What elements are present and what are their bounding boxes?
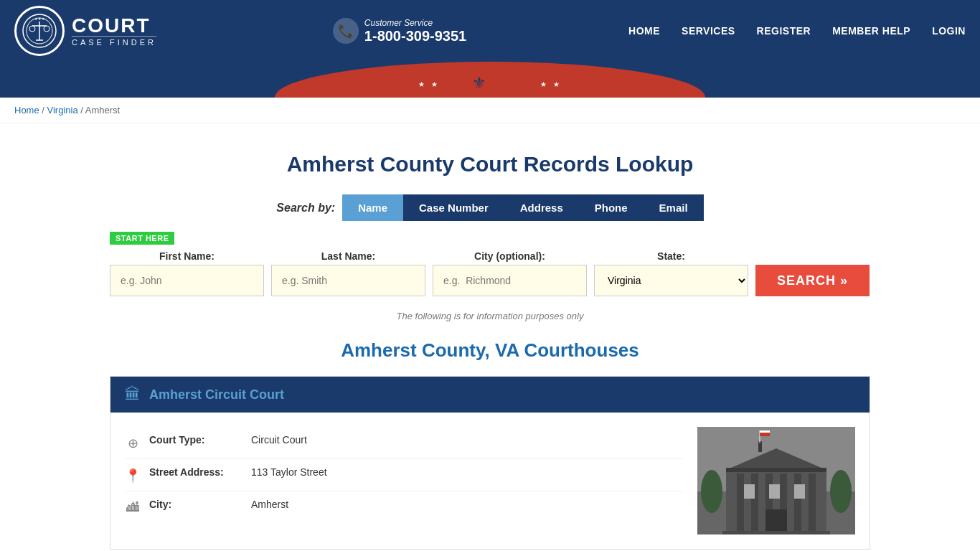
svg-rect-27 — [769, 484, 780, 499]
svg-point-5 — [44, 26, 50, 32]
tab-name[interactable]: Name — [342, 194, 403, 221]
city-icon: 🏙 — [125, 500, 141, 515]
cs-text: Customer Service 1-800-309-9351 — [364, 18, 466, 44]
search-by-label: Search by: — [276, 202, 335, 215]
wave-eagle: ★ ★ ★ ★ ⚜ — [382, 62, 598, 98]
svg-rect-21 — [726, 468, 826, 472]
site-header: ★ ★ ★ COURT CASE FINDER 📞 Customer Servi… — [0, 0, 980, 98]
nav-home[interactable]: HOME — [628, 25, 660, 37]
nav-services[interactable]: SERVICES — [682, 25, 735, 37]
tab-phone[interactable]: Phone — [579, 194, 644, 221]
svg-rect-14 — [737, 474, 744, 534]
svg-rect-18 — [794, 474, 801, 534]
logo-text: COURT CASE FINDER — [72, 16, 156, 47]
first-name-input[interactable] — [110, 265, 264, 296]
courthouse-image — [697, 427, 855, 534]
cs-number: 1-800-309-9351 — [364, 28, 466, 44]
svg-rect-30 — [722, 531, 830, 534]
main-content: Amherst County Court Records Lookup Sear… — [95, 123, 885, 551]
breadcrumb-home[interactable]: Home — [14, 105, 39, 116]
tab-case-number[interactable]: Case Number — [403, 194, 504, 221]
svg-text:★ ★ ★: ★ ★ ★ — [34, 17, 46, 21]
detail-row-address: 📍 Street Address: 113 Taylor Street — [125, 459, 683, 491]
tab-email[interactable]: Email — [644, 194, 704, 221]
search-section: Search by: Name Case Number Address Phon… — [110, 194, 870, 296]
state-label: State: — [594, 250, 748, 262]
svg-text:★ ★: ★ ★ — [418, 80, 440, 88]
search-button[interactable]: SEARCH » — [755, 265, 870, 296]
address-icon: 📍 — [125, 468, 141, 484]
info-text: The following is for information purpose… — [110, 311, 870, 321]
start-here-container: START HERE — [110, 232, 870, 250]
page-title: Amherst County Court Records Lookup — [110, 152, 870, 176]
logo-court-text: COURT — [72, 16, 156, 36]
logo-area: ★ ★ ★ COURT CASE FINDER — [14, 6, 156, 56]
nav-login[interactable]: LOGIN — [932, 25, 966, 37]
courthouse-card: 🏛 Amherst Circuit Court ⊕ Court Type: Ci… — [110, 376, 870, 550]
first-name-label: First Name: — [110, 250, 264, 262]
court-type-value: Circuit Court — [251, 434, 307, 446]
svg-rect-28 — [794, 484, 805, 499]
nav-member-help[interactable]: MEMBER HELP — [832, 25, 910, 37]
logo-emblem-svg: ★ ★ ★ — [22, 13, 57, 49]
last-name-input[interactable] — [271, 265, 425, 296]
svg-point-4 — [29, 26, 35, 32]
svg-rect-15 — [751, 474, 758, 534]
svg-rect-19 — [809, 474, 816, 534]
svg-rect-25 — [760, 430, 770, 433]
city-detail-label: City: — [149, 499, 242, 510]
building-svg — [697, 427, 855, 534]
first-name-group: First Name: — [110, 250, 264, 296]
logo-emblem: ★ ★ ★ — [14, 6, 65, 56]
last-name-label: Last Name: — [271, 250, 425, 262]
svg-point-31 — [701, 470, 722, 513]
eagle-svg: ★ ★ ★ ★ ⚜ — [382, 62, 598, 95]
city-detail-value: Amherst — [251, 499, 288, 510]
start-here-badge: START HERE — [110, 232, 174, 245]
last-name-group: Last Name: — [271, 250, 425, 296]
detail-row-city: 🏙 City: Amherst — [125, 491, 683, 522]
main-nav: HOME SERVICES REGISTER MEMBER HELP LOGIN — [628, 25, 966, 37]
nav-register[interactable]: REGISTER — [757, 25, 811, 37]
phone-icon: 📞 — [333, 18, 359, 44]
search-by-row: Search by: Name Case Number Address Phon… — [110, 194, 870, 221]
svg-rect-26 — [744, 484, 755, 499]
city-group: City (optional): — [433, 250, 587, 296]
breadcrumb: Home / Virginia / Amherst — [0, 98, 980, 123]
svg-rect-29 — [765, 509, 787, 534]
court-type-icon: ⊕ — [125, 435, 141, 451]
courthouse-body: ⊕ Court Type: Circuit Court 📍 Street Add… — [110, 413, 870, 549]
courthouse-name-link[interactable]: Amherst Circuit Court — [149, 387, 284, 402]
banner-wave: ★ ★ ★ ★ ⚜ — [0, 62, 980, 98]
address-label: Street Address: — [149, 466, 242, 478]
address-value: 113 Taylor Street — [251, 466, 327, 478]
search-form: First Name: Last Name: City (optional): … — [110, 250, 870, 296]
courthouse-icon: 🏛 — [125, 385, 141, 404]
svg-rect-22 — [758, 441, 762, 452]
courthouse-details: ⊕ Court Type: Circuit Court 📍 Street Add… — [125, 427, 683, 534]
breadcrumb-sep1: / — [42, 105, 47, 116]
city-label: City (optional): — [433, 250, 587, 262]
svg-text:★ ★: ★ ★ — [540, 80, 562, 88]
breadcrumb-county: Amherst — [85, 105, 120, 116]
svg-point-32 — [830, 470, 852, 513]
court-type-label: Court Type: — [149, 434, 242, 446]
logo-case-finder-text: CASE FINDER — [72, 36, 156, 47]
customer-service: 📞 Customer Service 1-800-309-9351 — [333, 18, 466, 44]
courthouse-header: 🏛 Amherst Circuit Court — [110, 377, 870, 413]
tab-address[interactable]: Address — [504, 194, 579, 221]
state-group: State: Virginia Alabama Alaska Arizona A… — [594, 250, 748, 296]
svg-text:⚜: ⚜ — [472, 74, 486, 92]
state-select[interactable]: Virginia Alabama Alaska Arizona Arkansas… — [594, 265, 748, 296]
detail-row-type: ⊕ Court Type: Circuit Court — [125, 427, 683, 459]
cs-label: Customer Service — [364, 18, 466, 28]
courthouses-title: Amherst County, VA Courthouses — [110, 339, 870, 362]
breadcrumb-state[interactable]: Virginia — [47, 105, 78, 116]
city-input[interactable] — [433, 265, 587, 296]
